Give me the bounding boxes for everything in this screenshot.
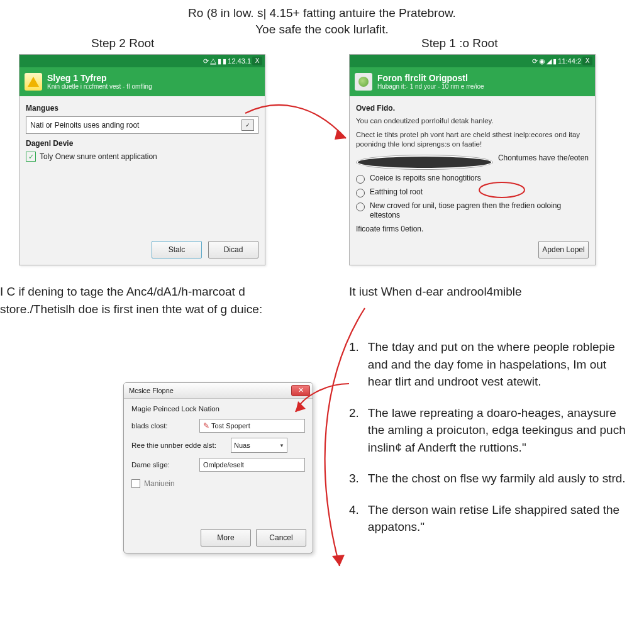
- cancel-button[interactable]: Cancel: [256, 529, 306, 547]
- combo-root-use[interactable]: Nati or Peinoits uses anding root ✓: [26, 116, 258, 134]
- field-dame: Dame slige: Omlpde/eselt: [131, 458, 305, 472]
- list-item: 1.The tday and put on the where people r…: [349, 338, 626, 391]
- desc-2: Chect ie tihts proteI ph vont hart are c…: [356, 130, 589, 150]
- dialog-body: Magie Peinced Lock Nation blads clost: ✎…: [124, 399, 313, 498]
- status-bar: ⟳ ◉ ◢ ▮ 11:44:2 X: [350, 55, 595, 67]
- text-input[interactable]: ✎Tost Spopert: [199, 419, 305, 433]
- checkbox-icon[interactable]: [131, 479, 140, 488]
- radio-option-2[interactable]: Coeice is repoits sne honogtitiors: [356, 174, 589, 184]
- radio-label: Coeice is repoits sne honogtitiors: [370, 174, 481, 184]
- list-text: The lawe repreating a doaro-heages, anay…: [368, 404, 626, 457]
- battery-icon: ▮: [223, 57, 226, 65]
- checkbox-label: Toly Onew snure ontent application: [40, 152, 157, 161]
- list-number: 4.: [349, 501, 359, 536]
- chevron-down-icon: ▼: [279, 443, 284, 448]
- apden-button[interactable]: Apden Lopel: [538, 241, 589, 258]
- close-icon[interactable]: ✕: [291, 385, 310, 396]
- step-label-left: Step 2 Root: [91, 36, 154, 50]
- radio-option-3[interactable]: Eatthing tol root: [356, 187, 589, 197]
- checkbox-row[interactable]: ✓ Toly Onew snure ontent application: [26, 152, 258, 162]
- list-item: 4.The derson wain retise Life shappired …: [349, 501, 626, 536]
- app-icon: [355, 73, 372, 91]
- list-item: 3.The the chost on flse wy farmily ald a…: [349, 470, 626, 487]
- select-input[interactable]: Nuas▼: [231, 438, 287, 453]
- signal-icon: ▮: [218, 57, 221, 65]
- close-icon[interactable]: X: [582, 57, 592, 65]
- intro-text: Ro (8 in low. s| 4.15+ fatting antuire t…: [0, 6, 644, 36]
- status-bar: ⟳ ⧋ ▮ ▮ 12.43.1 X: [19, 55, 265, 67]
- more-button[interactable]: More: [201, 529, 251, 547]
- dropdown-icon[interactable]: ✓: [242, 119, 254, 131]
- section-header: Oved Fido.: [356, 104, 589, 113]
- warning-icon: [25, 73, 42, 91]
- text-input[interactable]: Omlpde/eselt: [199, 458, 305, 472]
- signal-icon: ◢: [547, 57, 552, 65]
- stalc-button[interactable]: Stalc: [152, 241, 202, 258]
- page: Ro (8 in low. s| 4.15+ fatting antuire t…: [0, 0, 644, 644]
- app-labels: Slyeg 1 Tyfrep Knin duetle i n:cfment ve…: [47, 73, 152, 91]
- desc-1: You can ondeutized porrloiful detak hanl…: [356, 116, 589, 126]
- intro-line1: Ro (8 in low. s| 4.15+ fatting antuire t…: [0, 6, 644, 20]
- radio-icon[interactable]: [356, 175, 365, 184]
- section-device: Dagenl Devie: [26, 139, 258, 148]
- text-value: Tost Spopert: [211, 422, 250, 430]
- status-time: 11:44:2: [558, 57, 581, 65]
- app-bar: Foron flrclit Origpostl Hubagn it:- 1 nd…: [350, 67, 595, 96]
- app-title: Foron flrclit Origpostl: [377, 73, 484, 83]
- sync-icon: ⟳: [532, 57, 538, 65]
- section-mangues: Mangues: [26, 104, 258, 113]
- svg-marker-1: [332, 555, 345, 566]
- list-number: 2.: [349, 404, 359, 457]
- dialog-moesice: Mcsice Flopne ✕ Magie Peinced Lock Natio…: [123, 382, 313, 553]
- step-label-right: Step 1 :o Root: [421, 36, 497, 50]
- panel-step2: ⟳ ⧋ ▮ ▮ 12.43.1 X Slyeg 1 Tyfrep Knin du…: [19, 54, 265, 265]
- radio-label: Chontumes have the/eoten: [498, 153, 589, 164]
- panel-step1: ⟳ ◉ ◢ ▮ 11:44:2 X Foron flrclit Origpost…: [349, 54, 596, 265]
- dicad-button[interactable]: Dicad: [208, 241, 258, 258]
- field-label: Ree thie unnber edde alst:: [131, 441, 226, 449]
- list-text: The derson wain retise Life shappired sa…: [368, 501, 626, 536]
- field-blads: blads clost: ✎Tost Spopert: [131, 419, 305, 433]
- field-label: Dame slige:: [131, 461, 194, 469]
- list-text: The tday and put on the where people rob…: [368, 338, 626, 391]
- dialog-buttons: Stalc Dicad: [152, 241, 258, 258]
- list-text: The the chost on flse wy farmily ald aus…: [368, 470, 626, 487]
- field-label: blads clost:: [131, 422, 194, 430]
- radio-option-1[interactable]: Chontumes have the/eoten: [356, 153, 589, 170]
- checkbox-icon[interactable]: ✓: [26, 152, 36, 162]
- wifi-icon: ◉: [539, 57, 545, 65]
- radio-label: Eatthing tol root: [370, 187, 423, 197]
- radio-icon[interactable]: [356, 189, 365, 197]
- list-item: 2.The lawe repreating a doaro-heages, an…: [349, 404, 626, 457]
- close-icon[interactable]: X: [252, 57, 262, 65]
- numbered-list: 1.The tday and put on the where people r…: [349, 338, 626, 550]
- select-value: Nuas: [234, 441, 250, 449]
- intro-line2: Yoe safe the cook lurlafit.: [0, 23, 644, 36]
- edit-icon: ✎: [203, 421, 209, 430]
- dialog-titlebar: Mcsice Flopne ✕: [124, 383, 313, 399]
- checkbox-label: Maniuein: [144, 479, 175, 488]
- radio-icon[interactable]: [356, 155, 493, 170]
- radio-label: New croved for unil, tiose pagren then t…: [370, 201, 589, 221]
- dialog-buttons: Apden Lopel: [538, 241, 589, 258]
- app-labels: Foron flrclit Origpostl Hubagn it:- 1 nd…: [377, 73, 484, 91]
- wifi-icon: ⧋: [210, 57, 216, 65]
- paragraph-right-heading: It iust When d-ear androol4mible: [349, 283, 619, 301]
- footer-note: Ificoate firms 0etion.: [356, 225, 589, 233]
- battery-icon: ▮: [553, 57, 557, 65]
- list-number: 1.: [349, 338, 359, 391]
- panel-body: Oved Fido. You can ondeutized porrloiful…: [350, 96, 595, 237]
- app-subtitle: Knin duetle i n:cfment vest - fI omfling: [47, 83, 152, 91]
- radio-icon[interactable]: [356, 203, 365, 211]
- svg-marker-0: [335, 130, 346, 140]
- app-title: Slyeg 1 Tyfrep: [47, 73, 152, 83]
- dialog-title: Mcsice Flopne: [129, 387, 174, 394]
- radio-option-4[interactable]: New croved for unil, tiose pagren then t…: [356, 201, 589, 221]
- app-bar: Slyeg 1 Tyfrep Knin duetle i n:cfment ve…: [19, 67, 265, 96]
- field-ree: Ree thie unnber edde alst: Nuas▼: [131, 438, 305, 453]
- dialog-header: Magie Peinced Lock Nation: [131, 405, 305, 413]
- app-subtitle: Hubagn it:- 1 nd your - 10 rim e rre/ioe: [377, 83, 484, 91]
- list-number: 3.: [349, 470, 359, 487]
- status-time: 12.43.1: [228, 57, 251, 65]
- checkbox-maniuein[interactable]: Maniuein: [131, 479, 305, 488]
